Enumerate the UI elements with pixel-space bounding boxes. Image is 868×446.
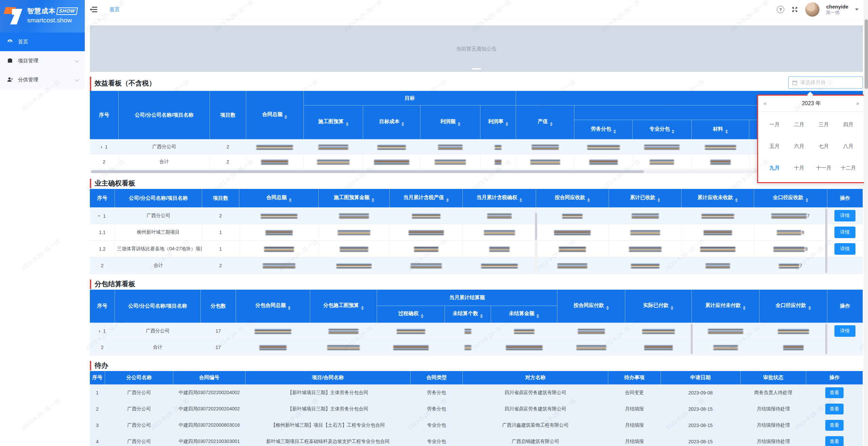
user-menu-caret-icon[interactable] [855,8,859,11]
inner-scrollbar-thumb[interactable] [535,213,537,240]
column-header[interactable]: 按合同应收款 [536,189,609,208]
page-scrollbar[interactable] [864,0,868,446]
expand-row-icon[interactable]: › [99,328,100,334]
sort-carets-icon [657,198,660,202]
cell-redacted [536,208,609,224]
inner-scrollbar-thumb[interactable] [825,324,827,354]
redacted-value [630,230,660,235]
prev-year-button[interactable]: « [764,100,767,106]
month-option[interactable]: 七月 [811,135,836,157]
month-option[interactable]: 十一月 [811,157,836,179]
column-header[interactable]: 未结算金额 [491,306,557,323]
table-hscrollbar[interactable] [90,170,863,173]
month-option[interactable]: 六月 [787,135,812,157]
column-header[interactable]: 产值 [516,105,574,139]
month-option[interactable]: 三月 [811,114,836,135]
cell-text: 广西分公司 [115,323,201,339]
column-header-label: 按合同应付款 [574,302,604,308]
column-header[interactable]: 利润率 [480,105,516,139]
column-header[interactable]: 过程确权 [377,306,445,323]
month-option[interactable]: 四月 [836,114,861,135]
column-header[interactable]: 合同总额 [246,91,304,139]
inner-scrollbar[interactable] [690,323,693,355]
column-header[interactable]: 累计已收款 [609,189,682,208]
month-picker-input[interactable]: 请选择月份 [788,76,863,89]
sidebar-item-home[interactable]: 首页 [0,33,85,52]
column-header[interactable]: 全口径应付款 [760,290,827,323]
column-header[interactable]: 当月累计含税产值 [390,189,463,208]
help-icon[interactable]: ? [777,6,784,13]
month-option[interactable]: 五月 [762,135,787,157]
table-hscrollbar-thumb[interactable] [91,170,644,173]
sidebar-item-project[interactable]: 项目管理 [0,52,85,71]
month-option[interactable]: 十月 [787,157,812,179]
view-button[interactable]: 查看 [825,420,844,431]
redacted-value [587,145,620,150]
cell-action: 详情 [827,323,863,339]
cell-text: 广西启锦建筑有限公司 [463,433,608,446]
cell-redacted [633,154,692,169]
column-header[interactable]: 材料 [692,120,749,139]
column-header[interactable]: 施工图预算金额 [319,189,390,208]
column-header[interactable]: 实际已付款 [625,290,692,323]
redacted-value [377,145,406,150]
carousel-indicator[interactable] [472,68,481,70]
cell-redacted [319,224,390,241]
column-header[interactable]: 累计应付未付款 [692,290,760,323]
column-header-label: 操作 [829,374,840,380]
breadcrumb[interactable]: 首页 [110,6,120,13]
month-option[interactable]: 十二月 [836,157,861,179]
column-header[interactable]: 未结算个数 [445,306,491,323]
fullscreen-icon[interactable] [791,6,798,13]
column-header[interactable]: 分包合同总额 [236,290,310,323]
cell-redacted [319,257,390,274]
column-header[interactable]: 合同总额 [239,189,319,208]
column-header[interactable]: 累计应收未收款 [682,189,754,208]
inner-scrollbar[interactable] [825,323,828,355]
cell-redacted [682,241,754,257]
redacted-value [495,160,501,164]
month-option[interactable]: 八月 [836,135,861,157]
month-option[interactable]: 二月 [787,114,812,135]
inner-scrollbar-thumb[interactable] [825,209,827,273]
inner-scrollbar-thumb[interactable] [691,324,693,354]
detail-button[interactable]: 详情 [834,243,855,255]
column-header[interactable]: 施工图预算 [304,105,363,139]
next-year-button[interactable]: » [856,100,859,106]
inner-scrollbar[interactable] [535,208,537,274]
sidebar-item-supplier[interactable]: 分供管理 [0,71,85,90]
detail-button[interactable]: 详情 [834,210,855,221]
view-button[interactable]: 查看 [825,436,844,446]
sort-carets-icon [743,306,746,310]
redacted-trailing-digit: 7 [800,263,802,268]
column-header[interactable]: 利润额 [420,105,480,139]
view-button[interactable]: 查看 [825,404,844,414]
section-title: 待办 [90,361,863,370]
column-header[interactable]: 当月累计含税确权 [463,189,536,208]
table-row: 2广西分公司中建四局0307202200204002【新叶城项目三期】主体劳务分… [90,401,863,417]
page-scrollbar-thumb[interactable] [865,19,868,89]
column-header[interactable]: 全口径应收款 [754,189,827,208]
expand-collapse-icon[interactable]: › [97,215,102,217]
view-button[interactable]: 查看 [825,387,844,398]
detail-button[interactable]: 详情 [834,227,855,238]
avatar[interactable] [805,2,820,17]
detail-button[interactable]: 详情 [834,325,855,337]
column-header[interactable]: 目标成本 [363,105,420,139]
cell-text: 【新叶城项目三期】主体劳务分包合同 [245,401,411,417]
cell-redacted [239,257,319,274]
column-header[interactable]: 按合同应付款 [557,290,625,323]
expand-row-icon[interactable]: › [101,144,102,150]
inner-scrollbar[interactable] [825,208,828,274]
redacted-value [481,264,518,268]
month-option[interactable]: 一月 [762,114,787,135]
column-header-label: 合同总额 [262,111,282,117]
column-header[interactable]: 分包施工图预算 [310,290,377,323]
month-option[interactable]: 九月 [762,157,787,179]
collapse-menu-icon[interactable] [90,6,97,13]
column-header[interactable]: 劳务分包 [574,120,632,139]
redacted-value [631,264,659,268]
column-header[interactable]: 专业分包 [633,120,692,139]
redacted-value [576,345,606,350]
calendar-icon [792,80,797,85]
